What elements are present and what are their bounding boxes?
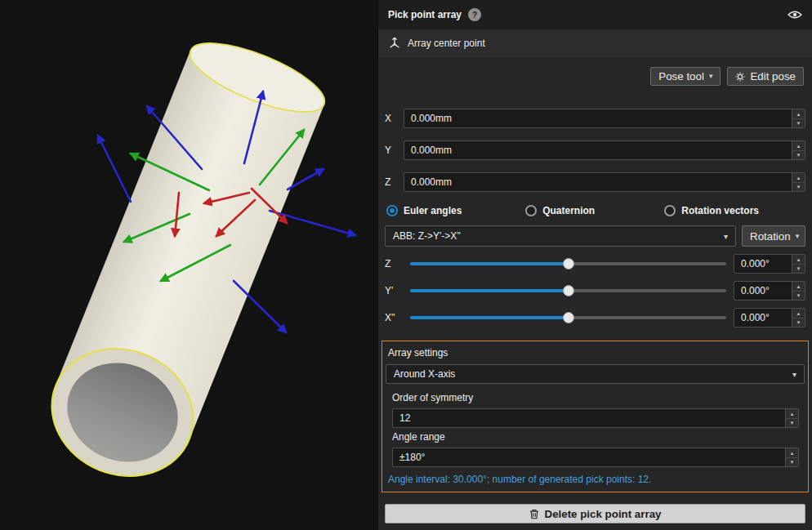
x-angle-input[interactable]: 0.000° ▴ ▾ bbox=[734, 308, 805, 327]
radio-dot bbox=[386, 205, 398, 216]
y-label: Y bbox=[385, 145, 396, 156]
array-axis-dropdown[interactable]: Around X-axis ▾ bbox=[386, 364, 805, 384]
order-of-symmetry-input[interactable]: 12 ▴ ▾ bbox=[392, 408, 799, 428]
y-spinner[interactable]: ▴ ▾ bbox=[792, 141, 805, 159]
array-axis-value: Around X-axis bbox=[394, 368, 792, 380]
spin-up-icon[interactable]: ▴ bbox=[792, 141, 805, 151]
z-row: Z 0.000mm ▴ ▾ bbox=[385, 172, 805, 192]
order-of-symmetry-value: 12 bbox=[393, 409, 785, 427]
spin-up-icon[interactable]: ▴ bbox=[786, 448, 798, 458]
trash-icon bbox=[529, 509, 539, 519]
z-input[interactable]: 0.000mm ▴ ▾ bbox=[404, 172, 805, 192]
x-angle-spinner[interactable]: ▴ ▾ bbox=[792, 309, 805, 327]
visibility-icon[interactable] bbox=[787, 10, 802, 20]
radio-euler-angles[interactable]: Euler angles bbox=[386, 204, 525, 217]
euler-convention-row: ABB: Z->Y'->X'' ▾ Rotation ▾ bbox=[385, 225, 805, 247]
slider-row-z: Z 0.000° ▴ ▾ bbox=[385, 254, 805, 274]
angle-range-label: Angle range bbox=[392, 431, 805, 443]
edit-pose-label: Edit pose bbox=[750, 70, 796, 82]
delete-button-label: Delete pick point array bbox=[545, 508, 662, 520]
spin-up-icon[interactable]: ▴ bbox=[786, 409, 798, 419]
spin-up-icon[interactable]: ▴ bbox=[792, 282, 805, 292]
rotation-mode-radios: Euler angles Quaternion Rotation vectors bbox=[386, 204, 804, 217]
x-input[interactable]: 0.000mm ▴ ▾ bbox=[404, 109, 805, 128]
chevron-down-icon: ▾ bbox=[796, 233, 800, 240]
radio-dot bbox=[525, 205, 537, 216]
x-row: X 0.000mm ▴ ▾ bbox=[385, 109, 805, 128]
rotation-slider-z[interactable] bbox=[410, 254, 726, 274]
panel-header: Pick point array ? bbox=[378, 0, 812, 29]
gear-icon bbox=[735, 72, 745, 82]
slider-label-x: X'' bbox=[385, 312, 403, 323]
rotation-slider-y[interactable] bbox=[410, 281, 726, 301]
slider-handle[interactable] bbox=[563, 285, 574, 296]
euler-convention-dropdown[interactable]: ABB: Z->Y'->X'' ▾ bbox=[385, 225, 736, 247]
slider-handle[interactable] bbox=[563, 312, 574, 323]
angle-range-input[interactable]: ±180° ▴ ▾ bbox=[392, 448, 799, 467]
pose-tool-button[interactable]: Pose tool ▾ bbox=[650, 67, 721, 86]
radio-dot bbox=[664, 205, 676, 216]
array-center-point-icon bbox=[388, 35, 401, 51]
help-icon[interactable]: ? bbox=[468, 8, 481, 21]
spin-up-icon[interactable]: ▴ bbox=[792, 255, 805, 265]
y-angle-input[interactable]: 0.000° ▴ ▾ bbox=[734, 281, 805, 301]
z-angle-value: 0.000° bbox=[734, 255, 792, 273]
spin-down-icon[interactable]: ▾ bbox=[792, 292, 805, 301]
rotation-slider-x[interactable] bbox=[410, 308, 726, 327]
spin-down-icon[interactable]: ▾ bbox=[792, 318, 805, 327]
y-value: 0.000mm bbox=[404, 141, 792, 159]
radio-label: Euler angles bbox=[404, 205, 462, 216]
z-label: Z bbox=[385, 176, 396, 188]
delete-pick-point-array-button[interactable]: Delete pick point array bbox=[385, 504, 805, 523]
slider-handle[interactable] bbox=[563, 258, 574, 269]
spin-down-icon[interactable]: ▾ bbox=[792, 265, 805, 274]
rotation-button[interactable]: Rotation ▾ bbox=[742, 225, 805, 247]
spin-up-icon[interactable]: ▴ bbox=[792, 109, 805, 119]
slider-row-y: Y' 0.000° ▴ ▾ bbox=[385, 281, 805, 301]
x-spinner[interactable]: ▴ ▾ bbox=[792, 109, 805, 127]
radio-label: Rotation vectors bbox=[681, 205, 759, 216]
x-value: 0.000mm bbox=[404, 109, 792, 127]
spin-down-icon[interactable]: ▾ bbox=[786, 419, 798, 428]
spin-up-icon[interactable]: ▴ bbox=[792, 173, 805, 183]
z-angle-spinner[interactable]: ▴ ▾ bbox=[792, 255, 805, 273]
pick-point-array-panel: Pick point array ? bbox=[377, 0, 812, 530]
euler-convention-value: ABB: Z->Y'->X'' bbox=[393, 230, 724, 242]
chevron-down-icon: ▾ bbox=[724, 232, 728, 241]
viewport-3d[interactable] bbox=[0, 0, 377, 530]
angle-range-value: ±180° bbox=[393, 448, 785, 466]
rotation-button-label: Rotation bbox=[750, 230, 791, 243]
z-angle-input[interactable]: 0.000° ▴ ▾ bbox=[734, 254, 805, 274]
x-angle-value: 0.000° bbox=[734, 309, 792, 327]
spin-up-icon[interactable]: ▴ bbox=[792, 309, 805, 318]
y-row: Y 0.000mm ▴ ▾ bbox=[385, 140, 805, 160]
app-window: Pick point array ? bbox=[0, 0, 812, 530]
z-spinner[interactable]: ▴ ▾ bbox=[792, 173, 805, 191]
pose-toolbar: Pose tool ▾ Edit pose bbox=[386, 67, 804, 86]
chevron-down-icon: ▾ bbox=[709, 73, 713, 80]
edit-pose-button[interactable]: Edit pose bbox=[727, 67, 804, 86]
panel-title: Pick point array bbox=[388, 9, 462, 20]
spin-down-icon[interactable]: ▾ bbox=[792, 151, 805, 160]
y-angle-spinner[interactable]: ▴ ▾ bbox=[792, 282, 805, 300]
radio-rotation-vectors[interactable]: Rotation vectors bbox=[664, 204, 803, 217]
order-spinner[interactable]: ▴ ▾ bbox=[785, 409, 798, 427]
position-fields: X 0.000mm ▴ ▾ Y 0.000mm ▴ ▾ bbox=[385, 109, 805, 192]
z-value: 0.000mm bbox=[404, 173, 792, 191]
point-cloud-scene bbox=[0, 0, 377, 530]
y-angle-value: 0.000° bbox=[734, 282, 792, 300]
array-settings-title: Array settings bbox=[388, 347, 805, 359]
radio-quaternion[interactable]: Quaternion bbox=[525, 204, 664, 217]
angle-spinner[interactable]: ▴ ▾ bbox=[785, 448, 798, 466]
x-label: X bbox=[385, 113, 396, 124]
order-of-symmetry-label: Order of symmetry bbox=[392, 392, 805, 403]
spin-down-icon[interactable]: ▾ bbox=[792, 119, 805, 128]
spin-down-icon[interactable]: ▾ bbox=[792, 183, 805, 192]
slider-label-y: Y' bbox=[385, 285, 403, 296]
spin-down-icon[interactable]: ▾ bbox=[786, 458, 798, 467]
array-settings-group: Array settings Around X-axis ▾ Order of … bbox=[381, 341, 809, 492]
angle-interval-info: Angle interval: 30.000°; number of gener… bbox=[388, 474, 805, 485]
slider-row-x: X'' 0.000° ▴ ▾ bbox=[385, 308, 805, 327]
chevron-down-icon: ▾ bbox=[792, 370, 796, 379]
y-input[interactable]: 0.000mm ▴ ▾ bbox=[404, 140, 805, 160]
